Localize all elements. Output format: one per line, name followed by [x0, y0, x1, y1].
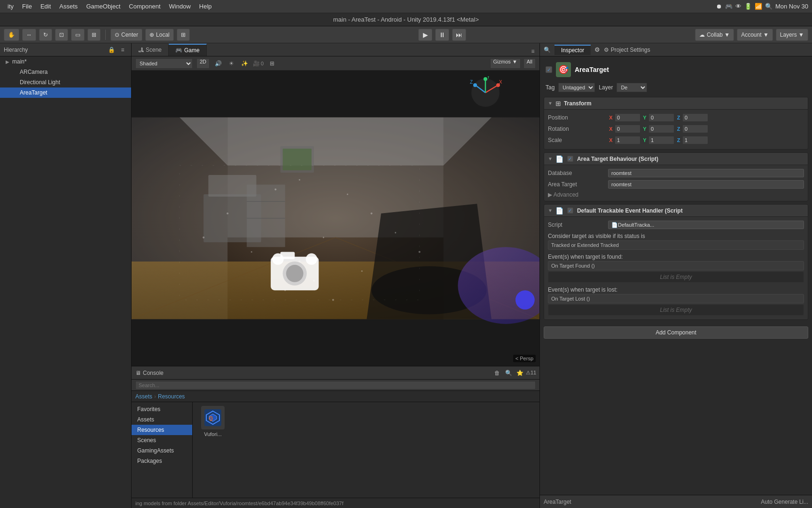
tag-select[interactable]: Untagged [558, 83, 595, 92]
assets-sidebar-packages[interactable]: Packages [132, 456, 192, 466]
rotate-tool[interactable]: ↻ [39, 29, 52, 41]
area-target-header[interactable]: ▼ 📄 ✓ Area Target Behaviour (Script) [544, 153, 808, 165]
game-tab[interactable]: 🎮 Game [169, 44, 207, 56]
menu-item-help[interactable]: Help [195, 2, 216, 11]
status-message: ing models from folder Assets/Editor/Vuf… [135, 500, 344, 506]
event-lost-label: Event(s) when target is lost: [548, 286, 804, 293]
vuforia-icon[interactable]: 👁 [735, 3, 742, 10]
move-tool[interactable]: ↔ [22, 29, 36, 41]
scale-tool[interactable]: ⊡ [55, 29, 68, 41]
layers-button[interactable]: Layers ▼ [776, 29, 808, 41]
scene-toolbar: Shaded Wireframe Shaded Wireframe 2D 🔊 ☀… [132, 56, 539, 71]
hierarchy-lock-icon[interactable]: 🔒 [107, 45, 116, 55]
project-settings-tab[interactable]: ⚙ Project Settings [604, 47, 650, 53]
hierarchy-menu-icon[interactable]: ≡ [118, 45, 127, 55]
scale-z-input[interactable] [682, 136, 708, 144]
inspector-object-header: ✓ 🎯 AreaTarget [544, 60, 808, 79]
unity-icon[interactable]: 🎮 [725, 3, 733, 10]
assets-sidebar-resources[interactable]: Resources [132, 425, 192, 435]
lighting-icon[interactable]: ☀ [226, 59, 236, 68]
area-target-enabled-checkbox[interactable]: ✓ [567, 156, 573, 162]
right-panel: 🔍 Inspector ⚙ ⚙ Project Settings ✓ 🎯 Are… [539, 43, 812, 508]
search-icon[interactable]: 🔍 [765, 3, 773, 10]
grid-button[interactable]: ⊞ [177, 29, 190, 41]
center-button[interactable]: ⊙ Center [110, 29, 142, 41]
effects-icon[interactable]: ✨ [240, 59, 249, 68]
step-button[interactable]: ⏭ [452, 29, 466, 41]
play-button[interactable]: ▶ [418, 29, 432, 41]
hierarchy-item-arcamera[interactable]: ARCamera [0, 67, 131, 77]
all-btn[interactable]: All [523, 58, 536, 69]
local-button[interactable]: ⊕ Local [145, 29, 174, 41]
2d-button[interactable]: 2D [196, 58, 210, 69]
menu-item-gameobject[interactable]: GameObject [82, 2, 124, 11]
account-button[interactable]: Account ▼ [737, 29, 773, 41]
script-value[interactable]: 📄 DefaultTracka... [608, 221, 804, 229]
assets-main-area: {} Vufori... [193, 402, 539, 498]
svg-point-24 [323, 237, 324, 238]
hierarchy-item-areatarget[interactable]: AreaTarget [0, 87, 131, 98]
scene-view[interactable]: X Y Z < Persp [132, 71, 539, 366]
database-value[interactable]: roomtest [608, 169, 804, 177]
position-x-input[interactable] [615, 113, 640, 122]
hierarchy-item-main[interactable]: ▶ main* [0, 56, 131, 67]
assets-root-link[interactable]: Assets [135, 393, 152, 400]
trackable-header[interactable]: ▼ 📄 ✓ Default Trackable Event Handler (S… [544, 205, 808, 217]
position-z-field: Z [676, 113, 708, 122]
scale-y-input[interactable] [648, 136, 674, 144]
layer-select[interactable]: De Default [617, 83, 647, 92]
assets-sidebar-assets[interactable]: Assets [132, 414, 192, 425]
add-component-button[interactable]: Add Component [544, 326, 808, 339]
scene-menu-icon[interactable]: ≡ [528, 47, 538, 56]
tracked-status-value: Tracked or Extended Tracked [548, 240, 804, 250]
scale-x-input[interactable] [615, 136, 640, 144]
position-z-input[interactable] [682, 113, 708, 122]
wifi-icon[interactable]: 📶 [755, 3, 762, 10]
pause-button[interactable]: ⏸ [435, 29, 449, 41]
menu-item-component[interactable]: Component [125, 2, 164, 11]
scene-toolbar-right: Gizmos ▼ All [490, 58, 536, 69]
area-target-name-value[interactable]: roomtest [608, 180, 804, 189]
assets-sidebar-scenes[interactable]: Scenes [132, 435, 192, 445]
scale-y-field: Y [642, 136, 674, 144]
left-panel: Hierarchy 🔒 ≡ ▶ main* ARCamera Direction… [0, 43, 132, 508]
advanced-toggle[interactable]: ▶ Advanced [548, 191, 578, 198]
hand-tool[interactable]: ✋ [4, 29, 19, 41]
scale-x-field: X [608, 136, 640, 144]
menu-item-ity[interactable]: ity [4, 2, 17, 11]
rotation-x-input[interactable] [615, 125, 640, 133]
console-star-icon[interactable]: ⭐ [515, 368, 524, 378]
hierarchy-item-light[interactable]: Directional Light [0, 77, 131, 87]
menu-item-edit[interactable]: Edit [37, 2, 55, 11]
trackable-enabled-checkbox[interactable]: ✓ [567, 207, 573, 214]
object-active-checkbox[interactable]: ✓ [546, 66, 552, 73]
assets-search-input[interactable] [135, 381, 536, 389]
menu-item-window[interactable]: Window [165, 2, 195, 11]
menu-item-assets[interactable]: Assets [55, 2, 81, 11]
record-icon[interactable]: ⏺ [716, 3, 722, 10]
scene-gizmo[interactable]: X Y Z [469, 76, 502, 109]
assets-sidebar-favorites[interactable]: Favorites [132, 404, 192, 414]
rotation-y-input[interactable] [648, 125, 674, 133]
position-y-input[interactable] [648, 113, 674, 122]
battery-icon[interactable]: 🔋 [744, 3, 752, 10]
rect-tool[interactable]: ▭ [71, 29, 85, 41]
audio-icon[interactable]: 🔊 [213, 59, 223, 68]
menu-item-file[interactable]: File [18, 2, 36, 11]
resources-link[interactable]: Resources [158, 393, 185, 400]
console-filter-icon[interactable]: 🔍 [504, 368, 513, 378]
app-title: main - AreaTest - Android - Unity 2019.4… [333, 16, 479, 23]
inspector-tab[interactable]: Inspector [554, 45, 591, 55]
assets-sidebar-gaming[interactable]: GamingAssets [132, 445, 192, 456]
transform-header[interactable]: ▼ ⊞ Transform [544, 97, 808, 110]
asset-vuforia[interactable]: {} Vufori... [196, 406, 229, 437]
rotation-z-input[interactable] [682, 125, 708, 133]
grid-icon[interactable]: ⊞ [267, 59, 277, 68]
transform-title: Transform [564, 100, 592, 107]
console-clear-icon[interactable]: 🗑 [492, 368, 502, 378]
gizmos-btn[interactable]: Gizmos ▼ [490, 58, 521, 69]
shading-select[interactable]: Shaded Wireframe Shaded Wireframe [135, 58, 193, 69]
collab-button[interactable]: ☁ Collab ▼ [695, 29, 734, 41]
transform-tool[interactable]: ⊞ [87, 29, 101, 41]
scene-tab[interactable]: 🏞 Scene [132, 44, 169, 56]
